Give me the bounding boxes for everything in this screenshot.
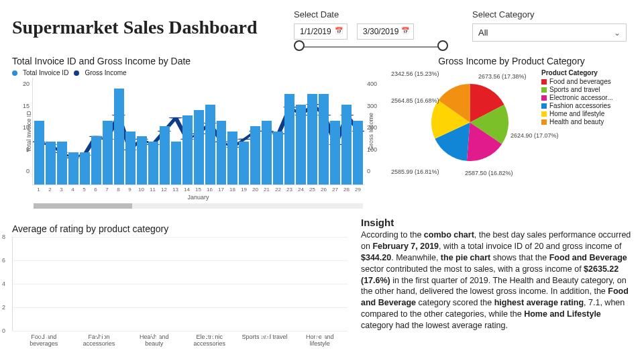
page-title: Supermarket Sales Dashboard [12, 16, 294, 39]
pie-legend: Product Category Food and beveragesSport… [541, 69, 612, 126]
category-select-value: All [478, 28, 488, 38]
chart-scrollbar[interactable] [34, 203, 363, 209]
date-from-input[interactable]: 1/1/2019 📅 [294, 23, 347, 40]
combo-bar[interactable] [296, 105, 306, 185]
combo-chart-title: Total Invoice ID and Gross Income by Dat… [12, 56, 384, 66]
combo-bar[interactable] [171, 142, 181, 185]
calendar-icon: 📅 [335, 27, 343, 34]
combo-bar[interactable] [227, 132, 237, 185]
y-right-title: Gross Income [368, 113, 374, 150]
x-axis-month: January [12, 194, 384, 201]
combo-bar[interactable] [250, 126, 260, 185]
pie-label: 2564.85 (16.68%) [391, 97, 439, 104]
pie-label: 2673.56 (17.38%) [478, 73, 527, 80]
combo-bar[interactable] [91, 136, 101, 185]
pie-label: 2342.56 (15.23%) [391, 70, 439, 77]
legend-label: Sports and travel [549, 86, 600, 93]
combo-bar[interactable] [194, 110, 204, 185]
legend-swatch [541, 103, 547, 109]
combo-bar[interactable] [307, 94, 317, 185]
legend-label: Health and beauty [549, 118, 604, 125]
legend-dot-line [74, 70, 79, 76]
date-filter-label: Select Date [294, 9, 448, 19]
pie-chart[interactable]: 2342.56 (15.23%) 2564.85 (16.68%) 2585.9… [391, 69, 539, 197]
combo-bar[interactable] [341, 105, 352, 185]
combo-bar[interactable] [46, 142, 56, 185]
legend-label: Electronic accessor... [549, 94, 612, 101]
svg-point-18 [237, 138, 251, 140]
insight-text: According to the combo chart, the best d… [361, 229, 632, 331]
combo-bar[interactable] [148, 142, 158, 185]
pie-legend-item[interactable]: Electronic accessor... [541, 94, 612, 101]
legend-bar-label: Total Invoice ID [23, 69, 68, 76]
chevron-down-icon: ⌄ [614, 28, 621, 38]
pie-legend-item[interactable]: Fashion accessories [541, 102, 612, 109]
date-from-value: 1/1/2019 [300, 27, 331, 36]
combo-bar[interactable] [160, 126, 170, 185]
combo-bar[interactable] [273, 132, 283, 185]
combo-bar[interactable] [68, 152, 78, 185]
combo-bar[interactable] [80, 152, 90, 185]
pie-legend-item[interactable]: Food and beverages [541, 78, 612, 85]
combo-bar[interactable] [34, 121, 44, 185]
rating-value: 6.8 [297, 333, 343, 342]
date-to-value: 3/30/2019 [363, 27, 398, 36]
combo-bar[interactable] [205, 105, 215, 185]
rating-value: 6.9 [241, 333, 288, 342]
combo-bar[interactable] [103, 121, 113, 185]
rating-value: 6.9 [186, 333, 233, 342]
pie-label: 2585.99 (16.81%) [391, 168, 439, 175]
combo-bar[interactable] [114, 89, 124, 185]
combo-bar[interactable] [330, 121, 340, 185]
category-select[interactable]: All ⌄ [472, 23, 627, 42]
rating-value: 7.1 [21, 333, 68, 342]
rating-value: 7.0 [131, 333, 178, 342]
combo-bar[interactable] [125, 132, 136, 185]
pie-legend-item[interactable]: Home and lifestyle [541, 110, 612, 117]
combo-bar[interactable] [217, 121, 227, 185]
legend-swatch [541, 111, 547, 117]
legend-swatch [541, 119, 547, 125]
combo-bar[interactable] [239, 142, 249, 185]
legend-label: Fashion accessories [549, 102, 610, 109]
pie-legend-title: Product Category [541, 69, 612, 76]
combo-bar[interactable] [137, 136, 147, 185]
pie-chart-title: Gross Income by Product Category [391, 56, 632, 66]
pie-legend-item[interactable]: Sports and travel [541, 86, 612, 93]
slider-thumb-left[interactable] [294, 40, 305, 51]
combo-bar[interactable] [182, 115, 193, 185]
legend-line-label: Gross Income [85, 69, 126, 76]
pie-label: 2624.90 (17.07%) [511, 132, 559, 139]
date-to-input[interactable]: 3/30/2019 📅 [357, 23, 414, 40]
chart-scroll-thumb[interactable] [34, 203, 132, 209]
legend-dot-bar [12, 70, 17, 76]
legend-swatch [541, 79, 547, 85]
rating-chart[interactable]: 864207.17.07.06.96.96.8 [12, 237, 347, 331]
combo-chart[interactable]: Total Invoice ID 20151050 4003002001000 … [12, 78, 384, 185]
svg-point-12 [169, 117, 182, 119]
legend-label: Home and lifestyle [549, 110, 604, 117]
slider-thumb-right[interactable] [437, 40, 448, 51]
insight-heading: Insight [361, 217, 632, 228]
date-range-slider[interactable] [294, 46, 448, 48]
combo-bar[interactable] [284, 94, 294, 185]
legend-swatch [541, 95, 547, 101]
calendar-icon: 📅 [401, 27, 409, 34]
legend-label: Food and beverages [549, 78, 611, 85]
combo-bar[interactable] [353, 121, 363, 185]
combo-bar[interactable] [262, 121, 272, 185]
rating-chart-title: Average of rating by product category [12, 223, 347, 234]
combo-bar[interactable] [319, 94, 329, 185]
y-left-title: Total Invoice ID [25, 111, 32, 152]
pie-legend-item[interactable]: Health and beauty [541, 118, 612, 125]
pie-label: 2587.50 (16.82%) [465, 170, 513, 176]
legend-swatch [541, 87, 547, 93]
combo-legend: Total Invoice ID Gross Income [12, 69, 384, 76]
rating-value: 7.0 [76, 333, 123, 342]
category-filter-label: Select Category [472, 9, 627, 19]
combo-bar[interactable] [57, 142, 67, 185]
